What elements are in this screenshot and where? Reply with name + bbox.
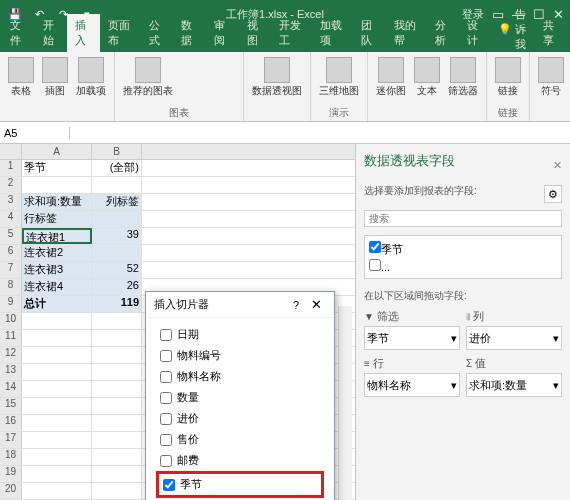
- col-header-B[interactable]: B: [92, 144, 142, 159]
- row-header[interactable]: 5: [0, 228, 22, 244]
- filter-button[interactable]: 筛选器: [446, 55, 480, 100]
- row-header[interactable]: 6: [0, 245, 22, 261]
- tables-button[interactable]: 表格: [6, 55, 36, 100]
- cell[interactable]: [22, 466, 92, 482]
- tab-dev[interactable]: 开发工: [271, 14, 312, 52]
- tab-layout[interactable]: 页面布: [100, 14, 141, 52]
- cell[interactable]: [22, 364, 92, 380]
- name-box[interactable]: A5: [0, 127, 70, 139]
- slicer-field-item[interactable]: 售价: [156, 429, 324, 450]
- field-checkbox[interactable]: [160, 371, 172, 383]
- field-checkbox[interactable]: [160, 350, 172, 362]
- field-checkbox[interactable]: [369, 259, 381, 271]
- tab-insert[interactable]: 插入: [67, 14, 100, 52]
- cell[interactable]: 连衣裙1: [22, 228, 92, 244]
- cols-area[interactable]: 进价▾: [466, 326, 562, 350]
- col-header-A[interactable]: A: [22, 144, 92, 159]
- slicer-field-item[interactable]: 进价: [156, 408, 324, 429]
- tab-addin[interactable]: 加载项: [312, 14, 353, 52]
- cell[interactable]: [22, 398, 92, 414]
- cell[interactable]: [22, 483, 92, 499]
- cell[interactable]: [92, 381, 142, 397]
- cell[interactable]: (全部): [92, 160, 142, 176]
- cell[interactable]: 39: [92, 228, 142, 244]
- cell[interactable]: [92, 364, 142, 380]
- slicer-field-item[interactable]: 日期: [156, 324, 324, 345]
- cell[interactable]: [92, 211, 142, 227]
- cell[interactable]: [92, 313, 142, 329]
- cell[interactable]: 连衣裙3: [22, 262, 92, 278]
- row-header[interactable]: 12: [0, 347, 22, 363]
- field-checkbox[interactable]: [160, 392, 172, 404]
- cell[interactable]: 列标签: [92, 194, 142, 210]
- field-checkbox[interactable]: [160, 434, 172, 446]
- cell[interactable]: [22, 449, 92, 465]
- values-area[interactable]: 求和项:数量▾: [466, 373, 562, 397]
- cell[interactable]: [92, 432, 142, 448]
- link-button[interactable]: 链接: [493, 55, 523, 100]
- recommended-charts-button[interactable]: 推荐的图表: [121, 55, 175, 100]
- cell[interactable]: 求和项:数量: [22, 194, 92, 210]
- row-header[interactable]: 18: [0, 449, 22, 465]
- cell[interactable]: [92, 177, 142, 193]
- field-item[interactable]: ...: [369, 258, 557, 274]
- cell[interactable]: [92, 245, 142, 261]
- gear-icon[interactable]: ⚙: [544, 185, 562, 203]
- cell[interactable]: [92, 466, 142, 482]
- cell[interactable]: [22, 177, 92, 193]
- text-button[interactable]: 文本: [412, 55, 442, 100]
- cell[interactable]: 连衣裙4: [22, 279, 92, 295]
- filter-area[interactable]: 季节▾: [364, 326, 460, 350]
- symbol-button[interactable]: 符号: [536, 55, 566, 100]
- share-button[interactable]: 共享: [535, 14, 568, 52]
- field-search-input[interactable]: [364, 210, 562, 227]
- cell[interactable]: 连衣裙2: [22, 245, 92, 261]
- slicer-field-item[interactable]: 物料名称: [156, 366, 324, 387]
- cell[interactable]: 行标签: [22, 211, 92, 227]
- slicer-field-item[interactable]: 数量: [156, 387, 324, 408]
- row-header[interactable]: 7: [0, 262, 22, 278]
- field-checkbox[interactable]: [163, 479, 175, 491]
- slicer-field-item[interactable]: 邮费: [156, 450, 324, 471]
- tab-analyze[interactable]: 分析: [427, 14, 460, 52]
- cell[interactable]: [22, 415, 92, 431]
- row-header[interactable]: 20: [0, 483, 22, 499]
- cell[interactable]: 总计: [22, 296, 92, 312]
- cell[interactable]: 季节: [22, 160, 92, 176]
- tab-review[interactable]: 审阅: [206, 14, 239, 52]
- row-header[interactable]: 3: [0, 194, 22, 210]
- select-all-corner[interactable]: [0, 144, 22, 159]
- row-header[interactable]: 9: [0, 296, 22, 312]
- field-list[interactable]: 季节 ...: [364, 235, 562, 279]
- cell[interactable]: [92, 415, 142, 431]
- dialog-close-icon[interactable]: ✕: [306, 297, 326, 312]
- cell[interactable]: [22, 347, 92, 363]
- cell[interactable]: [22, 432, 92, 448]
- row-header[interactable]: 1: [0, 160, 22, 176]
- row-header[interactable]: 15: [0, 398, 22, 414]
- sparklines-button[interactable]: 迷你图: [374, 55, 408, 100]
- field-checkbox[interactable]: [369, 241, 381, 253]
- row-header[interactable]: 4: [0, 211, 22, 227]
- row-header[interactable]: 10: [0, 313, 22, 329]
- cell[interactable]: [92, 347, 142, 363]
- cell[interactable]: [22, 330, 92, 346]
- tab-team[interactable]: 团队: [353, 14, 386, 52]
- cell[interactable]: [22, 381, 92, 397]
- row-header[interactable]: 16: [0, 415, 22, 431]
- tab-view[interactable]: 视图: [239, 14, 272, 52]
- slicer-field-item[interactable]: 季节: [156, 471, 324, 498]
- slicer-field-item[interactable]: 物料编号: [156, 345, 324, 366]
- addins-button[interactable]: 加载项: [74, 55, 108, 100]
- pane-close-icon[interactable]: ✕: [553, 159, 562, 172]
- tab-formula[interactable]: 公式: [141, 14, 174, 52]
- row-header[interactable]: 8: [0, 279, 22, 295]
- row-header[interactable]: 17: [0, 432, 22, 448]
- pivotchart-button[interactable]: 数据透视图: [250, 55, 304, 100]
- cell[interactable]: [92, 483, 142, 499]
- row-header[interactable]: 13: [0, 364, 22, 380]
- row-header[interactable]: 14: [0, 381, 22, 397]
- slicer-field-list[interactable]: 日期物料编号物料名称数量进价售价邮费季节尺寸风格材质颜色裙型袖长腰型: [146, 318, 334, 500]
- field-checkbox[interactable]: [160, 413, 172, 425]
- field-item[interactable]: 季节: [369, 240, 557, 258]
